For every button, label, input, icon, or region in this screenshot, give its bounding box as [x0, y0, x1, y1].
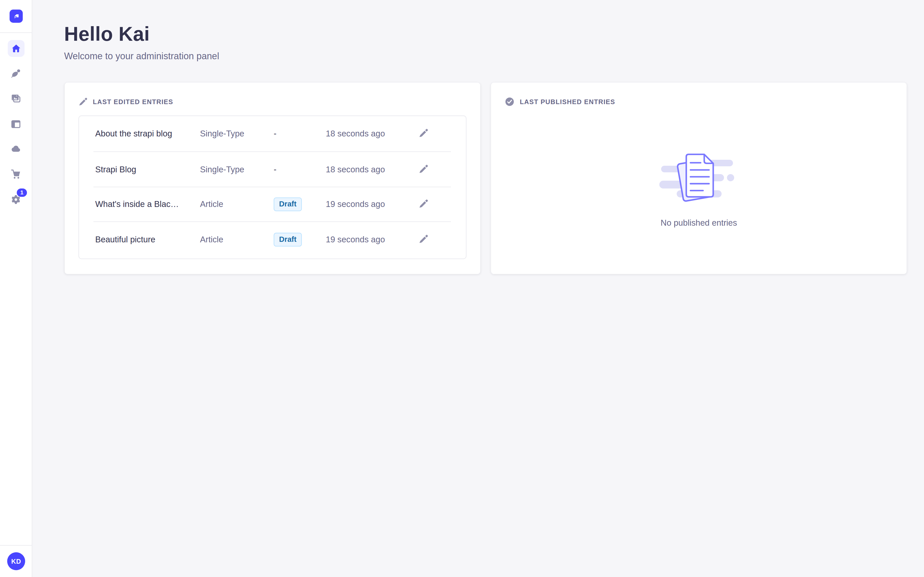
edit-entry-button[interactable]	[418, 164, 428, 174]
entry-status: -	[274, 164, 326, 174]
last-edited-table: About the strapi blog Single-Type - 18 s…	[79, 115, 467, 259]
main-content: Hello Kai Welcome to your administration…	[32, 0, 924, 274]
entry-name: What's inside a Blac…	[94, 200, 200, 209]
table-row: Strapi Blog Single-Type - 18 seconds ago	[94, 151, 451, 187]
feather-icon	[11, 68, 21, 79]
sidebar-item-content-manager[interactable]	[0, 61, 32, 86]
settings-badge: 1	[17, 189, 27, 197]
sidebar-item-media-library[interactable]	[0, 86, 32, 111]
sidebar-item-marketplace[interactable]	[0, 161, 32, 187]
pencil-icon	[79, 97, 87, 106]
entry-name: About the strapi blog	[94, 129, 200, 138]
admin-home-page: 1 KD Hello Kai Welcome to your administr…	[0, 0, 924, 577]
cloud-icon	[11, 144, 21, 154]
entry-type: Article	[200, 235, 274, 244]
entry-status: Draft	[274, 233, 326, 247]
draft-status-badge: Draft	[274, 197, 302, 211]
pencil-icon	[418, 200, 428, 209]
cart-icon	[11, 169, 21, 179]
sidebar-item-content-type-builder[interactable]	[0, 111, 32, 137]
entry-type: Single-Type	[200, 129, 274, 138]
edit-entry-button[interactable]	[418, 200, 428, 209]
last-edited-card: LAST EDITED ENTRIES About the strapi blo…	[65, 82, 480, 274]
entry-time: 18 seconds ago	[326, 164, 418, 174]
page-title: Hello Kai	[64, 23, 924, 46]
sidebar-item-cloud[interactable]	[0, 137, 32, 161]
active-tile	[7, 40, 24, 57]
entry-name: Beautiful picture	[94, 235, 200, 244]
last-edited-title: LAST EDITED ENTRIES	[93, 98, 173, 105]
pencil-icon	[418, 164, 428, 174]
media-library-icon	[11, 94, 21, 103]
content-builder-icon	[11, 119, 21, 129]
empty-documents-illustration	[659, 151, 738, 203]
entry-status: -	[274, 129, 326, 138]
edit-entry-button[interactable]	[418, 235, 428, 244]
last-published-title: LAST PUBLISHED ENTRIES	[520, 98, 615, 105]
empty-state: No published entries	[505, 106, 893, 227]
user-avatar[interactable]: KD	[7, 552, 25, 570]
entry-time: 18 seconds ago	[326, 129, 418, 138]
edit-entry-button[interactable]	[418, 129, 428, 138]
sidebar-nav: 1	[0, 36, 32, 212]
last-edited-header: LAST EDITED ENTRIES	[79, 97, 467, 106]
entry-type: Article	[200, 200, 274, 209]
last-published-card: LAST PUBLISHED ENTRIES	[491, 82, 906, 274]
widgets-row: LAST EDITED ENTRIES About the strapi blo…	[65, 82, 924, 274]
draft-status-badge: Draft	[274, 233, 302, 247]
table-row: Beautiful picture Article Draft 19 secon…	[94, 222, 451, 257]
pencil-icon	[418, 235, 428, 244]
pencil-icon	[418, 129, 428, 138]
entry-type: Single-Type	[200, 164, 274, 174]
page-subtitle: Welcome to your administration panel	[64, 51, 924, 61]
entry-time: 19 seconds ago	[326, 200, 418, 209]
sidebar-divider	[0, 32, 32, 33]
entry-time: 19 seconds ago	[326, 235, 418, 244]
strapi-logo-icon	[12, 12, 21, 21]
strapi-logo[interactable]	[10, 10, 23, 23]
last-published-header: LAST PUBLISHED ENTRIES	[505, 97, 893, 106]
sidebar-item-settings[interactable]: 1	[0, 187, 32, 212]
check-circle-icon	[505, 97, 514, 106]
entry-status: Draft	[274, 197, 326, 211]
entry-name: Strapi Blog	[94, 164, 200, 174]
table-row: What's inside a Blac… Article Draft 19 s…	[94, 187, 451, 222]
table-row: About the strapi blog Single-Type - 18 s…	[94, 116, 451, 151]
empty-state-text: No published entries	[661, 218, 737, 227]
home-icon	[11, 44, 21, 53]
sidebar-item-home[interactable]	[0, 36, 32, 61]
sidebar-divider	[0, 545, 32, 545]
sidebar: 1 KD	[0, 0, 32, 577]
